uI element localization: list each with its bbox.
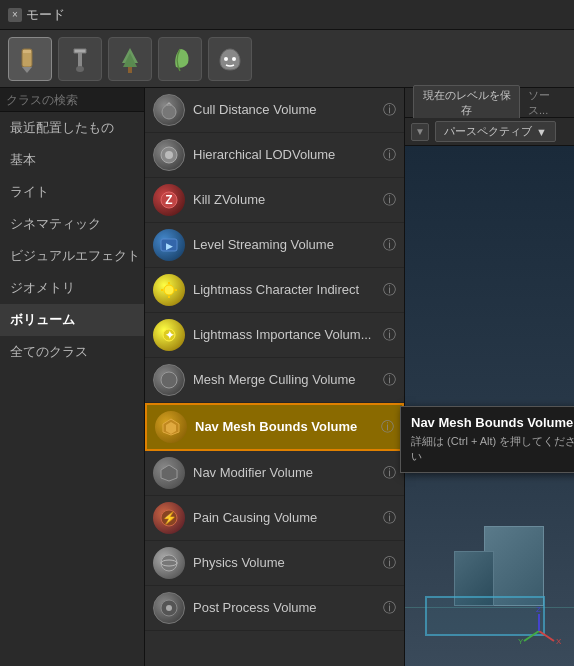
svg-point-16	[164, 285, 174, 295]
physics-icon	[153, 547, 185, 579]
viewport-dropdown-btn[interactable]: ▼	[411, 123, 429, 141]
nav-modifier-info[interactable]: ⓘ	[383, 464, 396, 482]
svg-line-33	[539, 631, 554, 641]
level-streaming-icon: ▶	[153, 229, 185, 261]
lightmass-imp-info[interactable]: ⓘ	[383, 326, 396, 344]
mesh-merge-label: Mesh Merge Culling Volume	[193, 372, 375, 389]
mode-icon-mask[interactable]	[208, 37, 252, 81]
cull-distance-icon	[153, 94, 185, 126]
volume-item-mesh-merge[interactable]: Mesh Merge Culling Volume ⓘ	[145, 358, 404, 403]
svg-text:▶: ▶	[166, 241, 173, 251]
main-layout: 🔍 最近配置したもの 基本 ライト シネマティック ビジュアルエフェクト ジオメ…	[0, 88, 574, 666]
volume-item-nav-modifier[interactable]: Nav Modifier Volume ⓘ	[145, 451, 404, 496]
post-process-info[interactable]: ⓘ	[383, 599, 396, 617]
svg-text:X: X	[556, 637, 562, 646]
pencil-svg	[16, 45, 44, 73]
svg-text:Z: Z	[536, 606, 541, 614]
mode-icon-leaf[interactable]	[158, 37, 202, 81]
svg-point-29	[161, 555, 177, 571]
tooltip-hint: 詳細は (Ctrl + Alt) を押してください	[411, 434, 574, 464]
volume-item-kill-z[interactable]: Z Kill ZVolume ⓘ	[145, 178, 404, 223]
hierarchical-lod-label: Hierarchical LODVolume	[193, 147, 375, 164]
mode-icon-tree[interactable]	[108, 37, 152, 81]
svg-point-23	[161, 372, 177, 388]
mode-icons-row	[0, 30, 574, 88]
svg-point-11	[165, 151, 173, 159]
lightmass-char-icon	[153, 274, 185, 306]
svg-rect-2	[23, 50, 31, 53]
mode-icon-brush[interactable]	[58, 37, 102, 81]
viewport-toolbar: 現在のレベルを保存 ソース...	[405, 88, 574, 118]
volume-item-cull-distance[interactable]: Cull Distance Volume ⓘ	[145, 88, 404, 133]
volume-item-lightmass-char[interactable]: Lightmass Character Indirect ⓘ	[145, 268, 404, 313]
nav-mesh-icon	[155, 411, 187, 443]
nav-mesh-info[interactable]: ⓘ	[381, 418, 394, 436]
kill-z-info[interactable]: ⓘ	[383, 191, 396, 209]
physics-info[interactable]: ⓘ	[383, 554, 396, 572]
cull-distance-label: Cull Distance Volume	[193, 102, 375, 119]
window-title: モード	[26, 6, 65, 24]
volume-item-physics[interactable]: Physics Volume ⓘ	[145, 541, 404, 586]
nav-modifier-label: Nav Modifier Volume	[193, 465, 375, 482]
sidebar-item-light[interactable]: ライト	[0, 176, 144, 208]
lightmass-imp-label: Lightmass Importance Volum...	[193, 327, 375, 344]
mask-svg	[216, 45, 244, 73]
mesh-merge-info[interactable]: ⓘ	[383, 371, 396, 389]
kill-z-label: Kill ZVolume	[193, 192, 375, 209]
sidebar-item-cinematic[interactable]: シネマティック	[0, 208, 144, 240]
volume-item-pain-causing[interactable]: ⚡ Pain Causing Volume ⓘ	[145, 496, 404, 541]
svg-marker-26	[161, 465, 177, 481]
hierarchical-lod-icon	[153, 139, 185, 171]
search-box: 🔍	[0, 88, 144, 112]
volume-list: Cull Distance Volume ⓘ Hierarchical LODV…	[145, 88, 404, 666]
level-streaming-label: Level Streaming Volume	[193, 237, 375, 254]
svg-point-8	[232, 57, 236, 61]
perspective-button[interactable]: パースペクティブ ▼	[435, 121, 556, 142]
volume-item-level-streaming[interactable]: ▶ Level Streaming Volume ⓘ	[145, 223, 404, 268]
pain-causing-icon: ⚡	[153, 502, 185, 534]
volume-item-lightmass-imp[interactable]: ✦ Lightmass Importance Volum... ⓘ	[145, 313, 404, 358]
svg-line-34	[524, 631, 539, 641]
volume-item-post-process[interactable]: Post Process Volume ⓘ	[145, 586, 404, 631]
leaf-svg	[166, 45, 194, 73]
mesh-merge-icon	[153, 364, 185, 396]
post-process-icon	[153, 592, 185, 624]
sidebar: 🔍 最近配置したもの 基本 ライト シネマティック ビジュアルエフェクト ジオメ…	[0, 88, 145, 666]
sidebar-item-volume[interactable]: ボリューム	[0, 304, 144, 336]
svg-text:⚡: ⚡	[162, 510, 177, 525]
sidebar-items: 最近配置したもの 基本 ライト シネマティック ビジュアルエフェクト ジオメトリ…	[0, 112, 144, 666]
cull-distance-info[interactable]: ⓘ	[383, 101, 396, 119]
volume-item-nav-mesh[interactable]: Nav Mesh Bounds Volume ⓘ	[145, 403, 404, 451]
svg-point-9	[162, 105, 176, 119]
perspective-chevron: ▼	[536, 126, 547, 138]
pain-causing-label: Pain Causing Volume	[193, 510, 375, 527]
save-level-button[interactable]: 現在のレベルを保存	[413, 85, 520, 121]
search-input[interactable]	[6, 93, 156, 107]
nav-modifier-icon	[153, 457, 185, 489]
pain-causing-info[interactable]: ⓘ	[383, 509, 396, 527]
post-process-label: Post Process Volume	[193, 600, 375, 617]
content-area: Cull Distance Volume ⓘ Hierarchical LODV…	[145, 88, 405, 666]
sidebar-item-vfx[interactable]: ビジュアルエフェクト	[0, 240, 144, 272]
kill-z-icon: Z	[153, 184, 185, 216]
sidebar-item-geometry[interactable]: ジオメトリ	[0, 272, 144, 304]
sidebar-item-all-classes[interactable]: 全てのクラス	[0, 336, 144, 368]
brush-svg	[66, 45, 94, 73]
sidebar-item-recent[interactable]: 最近配置したもの	[0, 112, 144, 144]
tooltip-box: Nav Mesh Bounds Volume 詳細は (Ctrl + Alt) …	[400, 406, 574, 473]
svg-point-3	[76, 66, 84, 72]
sidebar-item-basic[interactable]: 基本	[0, 144, 144, 176]
mode-icon-pencil[interactable]	[8, 37, 52, 81]
tree-svg	[116, 45, 144, 73]
close-button[interactable]: ×	[8, 8, 22, 22]
lightmass-char-info[interactable]: ⓘ	[383, 281, 396, 299]
level-streaming-info[interactable]: ⓘ	[383, 236, 396, 254]
viewport-panel: 現在のレベルを保存 ソース... ▼ パースペクティブ ▼ X	[405, 88, 574, 666]
svg-marker-1	[22, 67, 32, 73]
volume-item-hierarchical-lod[interactable]: Hierarchical LODVolume ⓘ	[145, 133, 404, 178]
viewport-second-toolbar: ▼ パースペクティブ ▼	[405, 118, 574, 146]
svg-text:Z: Z	[165, 193, 172, 207]
svg-point-32	[166, 605, 172, 611]
top-toolbar: × モード	[0, 0, 574, 30]
hierarchical-lod-info[interactable]: ⓘ	[383, 146, 396, 164]
